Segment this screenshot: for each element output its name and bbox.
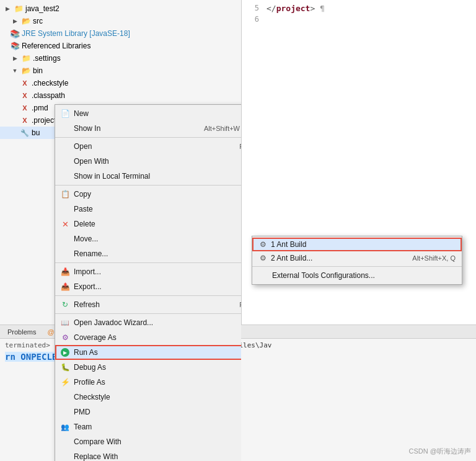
submenu-item-external-tools[interactable]: External Tools Configurations... (252, 268, 462, 283)
menu-item-new[interactable]: 📄 New ▶ (55, 106, 242, 121)
submenu-item-ant-build-2[interactable]: ⚙ 2 Ant Build... Alt+Shift+X, Q (252, 251, 462, 265)
paste-icon (60, 204, 70, 214)
menu-label: Refresh (74, 300, 227, 309)
menu-item-javadoc[interactable]: 📖 Open Javadoc Wizard... (55, 315, 242, 330)
rename-icon (60, 249, 70, 259)
jre-icon: 📚 (10, 29, 20, 38)
menu-item-checkstyle[interactable]: Checkstyle (55, 390, 242, 405)
tree-label: .project (32, 116, 56, 125)
menu-item-export[interactable]: 📤 Export... (55, 279, 242, 294)
delete-icon: ✕ (60, 219, 70, 229)
menu-label: Move... (74, 235, 242, 243)
submenu-item-ant-build-1[interactable]: ⚙ 1 Ant Build (252, 238, 462, 251)
tree-label: bin (33, 66, 43, 75)
menu-item-debug[interactable]: 🐛 Debug As ▶ (55, 360, 242, 375)
tree-item-java-test2[interactable]: ▶ 📁 java_test2 (0, 2, 241, 15)
ant-icon-2: ⚙ (258, 254, 267, 262)
submenu-separator (252, 266, 462, 267)
menu-item-compare[interactable]: Compare With ▶ (55, 434, 242, 449)
menu-label: Delete (74, 220, 242, 228)
menu-label: Team (74, 423, 240, 431)
team-icon: 👥 (60, 422, 70, 432)
tree-label: java_test2 (25, 4, 60, 13)
menu-item-replace[interactable]: Replace With ▶ (55, 449, 242, 461)
submenu-label: 1 Ant Build (271, 240, 456, 249)
tab-label: Problems (7, 328, 36, 336)
xml-icon4: X (20, 115, 30, 125)
menu-item-move[interactable]: Move... (55, 231, 242, 246)
menu-label: Rename... (74, 249, 242, 258)
menu-label: Open With (74, 157, 240, 166)
submenu-label: 2 Ant Build... (271, 254, 412, 262)
ant-icon-1: ⚙ (258, 240, 267, 249)
bracket: </ (267, 4, 276, 13)
tree-item-jre[interactable]: 📚 JRE System Library [JavaSE-18] (0, 27, 241, 40)
tree-label: .pmd (32, 104, 48, 112)
javadoc-icon: 📖 (60, 318, 70, 328)
tree-item-ref-libs[interactable]: 📚 Referenced Libraries (0, 40, 241, 52)
profile-icon: ⚡ (60, 377, 70, 387)
pmd-icon (60, 407, 70, 417)
open-icon (60, 141, 70, 151)
menu-item-import[interactable]: 📥 Import... (55, 264, 242, 279)
line-code: </project> ¶ (267, 4, 325, 13)
show-local-icon (60, 171, 70, 181)
tree-label: .classpath (32, 91, 65, 100)
menu-item-pmd[interactable]: PMD ▶ (55, 405, 242, 419)
menu-item-delete[interactable]: ✕ Delete (55, 217, 242, 231)
tree-label: src (33, 17, 43, 25)
menu-item-coverage[interactable]: ⚙ Coverage As ▶ (55, 330, 242, 345)
menu-separator (55, 137, 242, 138)
line-number: 6 (247, 15, 259, 24)
run-as-submenu: ⚙ 1 Ant Build ⚙ 2 Ant Build... Alt+Shift… (252, 236, 462, 285)
debug-icon: 🐛 (60, 362, 70, 372)
menu-separator (55, 295, 242, 296)
menu-item-refresh[interactable]: ↻ Refresh F5 (55, 297, 242, 312)
menu-shortcut: F3 (239, 143, 242, 150)
menu-label: Open Javadoc Wizard... (74, 318, 242, 327)
xml-icon: X (20, 78, 30, 88)
tree-item-src[interactable]: ▶ 📂 src (0, 15, 241, 27)
menu-label: Profile As (74, 378, 240, 387)
tree-label: Referenced Libraries (22, 42, 90, 50)
menu-item-run-as[interactable]: ▶ Run As ▶ (55, 345, 242, 360)
tag-name: project (276, 4, 311, 13)
menu-item-paste[interactable]: Paste (55, 202, 242, 217)
line-number: 5 (247, 4, 259, 12)
tree-item-classpath[interactable]: X .classpath (0, 89, 241, 102)
tree-label: bu (32, 128, 40, 137)
menu-label: Coverage As (74, 333, 240, 342)
tree-item-settings[interactable]: ▶ 📁 .settings (0, 52, 241, 65)
menu-item-rename[interactable]: Rename... (55, 246, 242, 261)
menu-item-open-with[interactable]: Open With ▶ (55, 154, 242, 169)
ref-icon: 📚 (10, 41, 20, 51)
tree-item-bin[interactable]: ▼ 📂 bin (0, 65, 241, 77)
import-icon: 📥 (60, 267, 70, 277)
menu-separator (55, 185, 242, 186)
menu-item-show-in[interactable]: Show In Alt+Shift+W ▶ (55, 121, 242, 136)
expand-arrow: ▼ (10, 66, 20, 76)
run-icon: ▶ (60, 347, 70, 357)
show-in-icon (60, 123, 70, 133)
submenu-shortcut: Alt+Shift+X, Q (412, 254, 456, 262)
tab-problems[interactable]: Problems (2, 327, 41, 337)
tree-item-checkstyle[interactable]: X .checkstyle (0, 77, 241, 89)
menu-label: Replace With (74, 452, 240, 461)
menu-shortcut: F5 (239, 301, 242, 308)
tree-label: .settings (33, 54, 61, 63)
menu-item-profile[interactable]: ⚡ Profile As ▶ (55, 375, 242, 390)
menu-item-copy[interactable]: 📋 Copy (55, 187, 242, 202)
menu-label: Copy (74, 190, 242, 199)
menu-item-team[interactable]: 👥 Team ▶ (55, 419, 242, 434)
xml-icon3: X (20, 103, 30, 113)
code-line-6: 6 (247, 14, 471, 25)
menu-label: Export... (74, 282, 242, 291)
coverage-icon: ⚙ (60, 333, 70, 342)
menu-item-open[interactable]: Open F3 (55, 139, 242, 154)
open-with-icon (60, 156, 70, 166)
replace-icon (60, 452, 70, 461)
menu-shortcut: Alt+Shift+W (204, 125, 240, 132)
compare-icon (60, 437, 70, 447)
expand-arrow: ▶ (10, 16, 20, 26)
menu-item-show-local[interactable]: Show in Local Terminal ▶ (55, 169, 242, 184)
